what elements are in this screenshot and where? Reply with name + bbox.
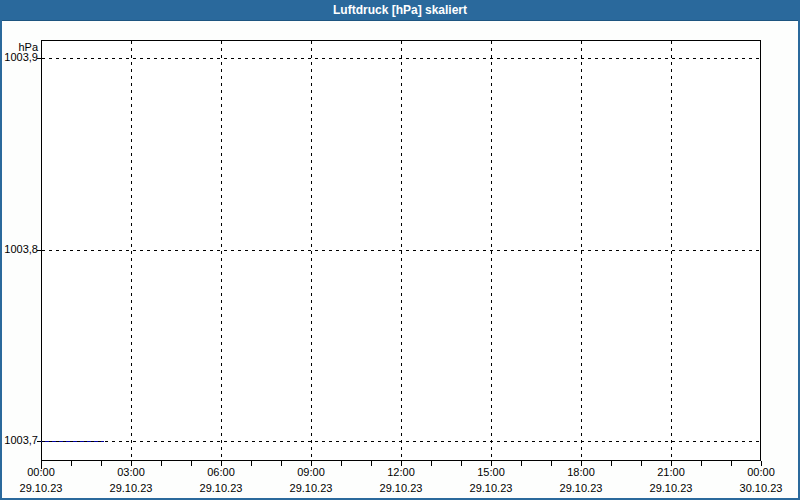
x-axis-date-label: 29.10.23 [626, 482, 716, 494]
y-axis-label: 1003,8 [0, 243, 38, 255]
x-axis-tick [731, 461, 732, 466]
y-axis-label: 1003,9 [0, 51, 38, 63]
x-axis-date-label: 29.10.23 [536, 482, 626, 494]
x-axis-tick [371, 461, 372, 466]
x-axis-tick [431, 461, 432, 466]
x-axis-date-label: 29.10.23 [86, 482, 176, 494]
gridline-vertical [311, 41, 312, 460]
gridline-vertical [491, 41, 492, 460]
x-axis-date-label: 29.10.23 [446, 482, 536, 494]
x-axis-date-label: 29.10.23 [176, 482, 266, 494]
x-axis-date-label: 29.10.23 [356, 482, 446, 494]
x-axis-date-label: 29.10.23 [266, 482, 356, 494]
x-axis-time-label: 03:00 [86, 466, 176, 478]
x-axis-tick [41, 461, 42, 469]
x-axis-tick [71, 461, 72, 466]
y-axis-tick [37, 58, 41, 59]
x-axis-time-label: 06:00 [176, 466, 266, 478]
x-axis-time-label: 00:00 [716, 466, 800, 478]
x-axis-tick [221, 461, 222, 466]
x-axis-time-label: 12:00 [356, 466, 446, 478]
x-axis-tick [341, 461, 342, 466]
x-axis-tick [641, 461, 642, 466]
x-axis-time-label: 09:00 [266, 466, 356, 478]
chart-window: Luftdruck [hPa] skaliert hPa 1003,91003,… [0, 0, 800, 500]
x-axis-tick [461, 461, 462, 466]
chart-canvas: hPa 1003,91003,81003,700:0029.10.2303:00… [0, 0, 800, 500]
gridline-vertical [131, 41, 132, 460]
y-axis-tick [37, 250, 41, 251]
x-axis-tick [281, 461, 282, 466]
window-title: Luftdruck [hPa] skaliert [333, 3, 467, 17]
window-titlebar: Luftdruck [hPa] skaliert [0, 0, 800, 21]
x-axis-date-label: 29.10.23 [0, 482, 86, 494]
x-axis-tick [101, 461, 102, 466]
x-axis-tick [401, 461, 402, 466]
y-axis-label: 1003,7 [0, 434, 38, 446]
x-axis-tick [761, 461, 762, 466]
gridline-vertical [581, 41, 582, 460]
x-axis-tick [521, 461, 522, 466]
x-axis-tick [671, 461, 672, 466]
x-axis-tick [161, 461, 162, 466]
x-axis-tick [701, 461, 702, 466]
x-axis-tick [251, 461, 252, 466]
x-axis-time-label: 18:00 [536, 466, 626, 478]
gridline-vertical [401, 41, 402, 460]
x-axis-date-label: 30.10.23 [716, 482, 800, 494]
x-axis-tick [611, 461, 612, 466]
x-axis-tick [191, 461, 192, 466]
x-axis-time-label: 21:00 [626, 466, 716, 478]
x-axis-tick [131, 461, 132, 466]
gridline-vertical [221, 41, 222, 460]
x-axis-tick [491, 461, 492, 466]
x-axis-tick [311, 461, 312, 466]
x-axis-tick [581, 461, 582, 466]
x-axis-tick [551, 461, 552, 466]
y-axis-tick [37, 441, 41, 442]
gridline-vertical [671, 41, 672, 460]
x-axis-time-label: 15:00 [446, 466, 536, 478]
x-axis-time-label: 00:00 [0, 466, 86, 478]
